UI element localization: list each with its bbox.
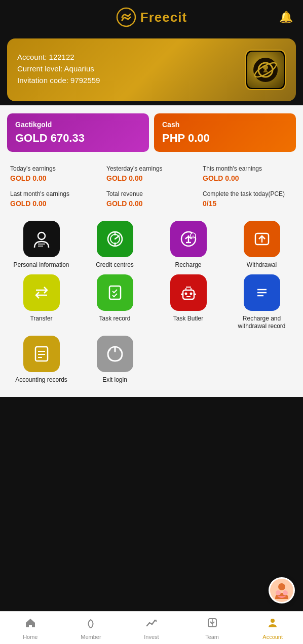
icon-item-exit-login[interactable]: Exit login — [81, 336, 149, 384]
profile-info: Account: 122122 Current level: Aquarius … — [17, 53, 100, 88]
icon-grid: Personal information Credit centres + Re… — [7, 221, 296, 384]
exit-login-label: Exit login — [102, 376, 127, 384]
nav-item-invest[interactable]: Invest — [121, 612, 182, 644]
earnings-value: GOLD 0.00 — [10, 174, 100, 182]
gold-label: Gactikgold — [15, 120, 141, 129]
svg-point-6 — [38, 232, 45, 239]
invest-nav-label: Invest — [144, 634, 159, 640]
earnings-value: GOLD 0.00 — [106, 174, 197, 182]
avatar-inner — [247, 52, 284, 88]
logo: Freecit — [116, 7, 187, 27]
header: Freecit 🔔 — [0, 0, 303, 34]
icon-item-withdrawal[interactable]: Withdrawal — [228, 221, 296, 269]
bottom-nav: Home Member Invest Team Account — [0, 611, 303, 644]
svg-point-46 — [278, 583, 285, 590]
earnings-value: GOLD 0.00 — [10, 199, 100, 208]
account-nav-label: Account — [262, 634, 283, 640]
cash-label: Cash — [162, 120, 288, 129]
svg-point-48 — [283, 590, 288, 595]
team-nav-icon — [206, 617, 218, 632]
task-butler-icon — [170, 274, 207, 311]
logo-icon — [116, 7, 136, 27]
nav-item-member[interactable]: Member — [61, 612, 122, 644]
profile-card: Account: 122122 Current level: Aquarius … — [7, 38, 296, 101]
svg-point-44 — [271, 619, 275, 623]
earnings-label: Today's earnings — [10, 165, 100, 172]
nav-item-team[interactable]: Team — [182, 612, 243, 644]
invitation-label: Invitation code: 9792559 — [17, 76, 100, 85]
cash-balance-card: Cash PHP 0.00 — [154, 113, 296, 152]
earnings-value: GOLD 0.00 — [106, 199, 197, 208]
recharge-withdrawal-record-icon — [244, 274, 280, 311]
icon-item-credit-centres[interactable]: Credit centres — [81, 221, 149, 269]
level-label: Current level: Aquarius — [17, 64, 100, 73]
nav-item-home[interactable]: Home — [0, 612, 61, 644]
account-nav-icon — [267, 617, 279, 632]
personal-information-icon — [23, 221, 60, 257]
member-nav-icon — [85, 617, 97, 632]
nav-item-account[interactable]: Account — [242, 612, 303, 644]
earnings-item: Total revenue GOLD 0.00 — [103, 186, 200, 212]
earnings-label: Yesterday's earnings — [106, 165, 197, 172]
main-content: Gactikgold GOLD 670.33 Cash PHP 0.00 Tod… — [0, 105, 303, 397]
earnings-item: Today's earnings GOLD 0.00 — [7, 161, 103, 186]
transfer-icon — [23, 274, 60, 311]
member-nav-label: Member — [81, 634, 101, 640]
balance-row: Gactikgold GOLD 670.33 Cash PHP 0.00 — [7, 113, 296, 152]
svg-rect-23 — [109, 286, 121, 299]
icon-item-transfer[interactable]: Transfer — [7, 274, 75, 331]
svg-point-28 — [184, 292, 187, 295]
earnings-item: This month's earnings GOLD 0.00 — [200, 161, 296, 186]
earnings-item: Last month's earnings GOLD 0.00 — [7, 186, 103, 212]
invest-nav-icon — [145, 617, 158, 632]
earnings-value: GOLD 0.00 — [203, 174, 293, 182]
gold-balance-card: Gactikgold GOLD 670.33 — [7, 113, 149, 152]
logo-text: Freecit — [140, 10, 187, 25]
recharge-icon: + — [170, 221, 207, 257]
account-label: Account: 122122 — [17, 53, 100, 61]
team-nav-label: Team — [205, 634, 219, 640]
credit-centres-icon — [97, 221, 133, 257]
transfer-label: Transfer — [30, 315, 52, 323]
bell-icon[interactable]: 🔔 — [279, 11, 293, 24]
svg-point-0 — [117, 8, 135, 26]
earnings-label: Total revenue — [106, 190, 197, 197]
exit-login-icon — [97, 336, 133, 372]
recharge-label: Recharge — [175, 261, 201, 269]
cash-amount: PHP 0.00 — [162, 132, 288, 145]
task-record-label: Task record — [99, 315, 130, 323]
earnings-value: 0/15 — [203, 199, 293, 208]
withdrawal-label: Withdrawal — [247, 261, 277, 269]
svg-point-29 — [190, 292, 192, 295]
personal-information-label: Personal information — [13, 261, 69, 269]
home-nav-label: Home — [23, 634, 37, 640]
svg-text:+: + — [192, 234, 194, 238]
icon-item-recharge[interactable]: + Recharge — [154, 221, 222, 269]
task-record-icon — [97, 274, 133, 311]
float-support-button[interactable] — [269, 577, 295, 603]
icon-item-task-butler[interactable]: Task Butler — [154, 274, 222, 331]
icon-item-task-record[interactable]: Task record — [81, 274, 149, 331]
withdrawal-icon — [244, 221, 280, 257]
earnings-label: Last month's earnings — [10, 190, 100, 197]
svg-line-13 — [115, 236, 119, 239]
accounting-records-icon — [23, 336, 60, 372]
icon-item-personal-information[interactable]: Personal information — [7, 221, 75, 269]
credit-centres-label: Credit centres — [96, 261, 134, 269]
earnings-label: Complete the task today(PCE) — [203, 190, 293, 197]
earnings-grid: Today's earnings GOLD 0.00 Yesterday's e… — [7, 161, 296, 212]
recharge-withdrawal-record-label: Recharge and withdrawal record — [228, 315, 296, 331]
svg-point-47 — [276, 590, 281, 595]
icon-item-accounting-records[interactable]: Accounting records — [7, 336, 75, 384]
earnings-item: Yesterday's earnings GOLD 0.00 — [103, 161, 200, 186]
earnings-item: Complete the task today(PCE) 0/15 — [200, 186, 296, 212]
svg-rect-24 — [183, 290, 194, 299]
task-butler-label: Task Butler — [173, 315, 203, 323]
accounting-records-label: Accounting records — [15, 376, 67, 384]
earnings-label: This month's earnings — [203, 165, 293, 172]
avatar — [245, 50, 286, 90]
gold-amount: GOLD 670.33 — [15, 132, 141, 145]
home-nav-icon — [24, 617, 36, 632]
icon-item-recharge-withdrawal-record[interactable]: Recharge and withdrawal record — [228, 274, 296, 331]
